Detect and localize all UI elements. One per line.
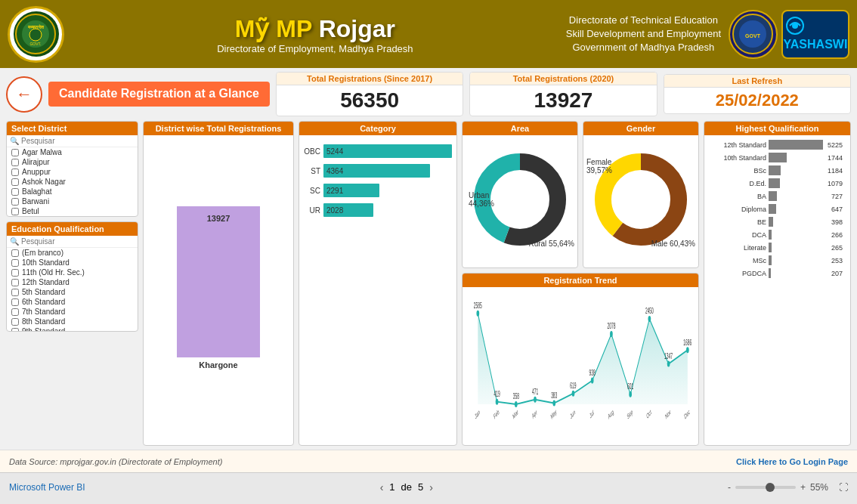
qualification-bar-wrap bbox=[769, 243, 827, 252]
category-value: 2028 bbox=[326, 206, 343, 215]
education-list-item[interactable]: 12th Standard bbox=[7, 277, 138, 287]
category-value: 5244 bbox=[326, 147, 343, 156]
qualification-bar-row: PGDCA 207 bbox=[707, 268, 847, 278]
app-subtitle: Directorate of Employment, Madhya Prades… bbox=[72, 43, 558, 54]
district-list: Agar MalwaAlirajpurAnuppurAshok NagarBal… bbox=[7, 147, 138, 216]
district-search-input[interactable] bbox=[21, 137, 135, 145]
education-checkbox[interactable] bbox=[11, 269, 19, 277]
education-checkbox[interactable] bbox=[11, 279, 19, 286]
district-list-item[interactable]: Ashok Nagar bbox=[7, 177, 138, 187]
logo-left: मध्यप्रदेश GOVT. bbox=[8, 6, 64, 63]
svg-text:Nov: Nov bbox=[664, 407, 671, 422]
education-list-item[interactable]: 5th Standard bbox=[7, 287, 138, 297]
qualification-bar bbox=[769, 204, 776, 214]
education-checkbox[interactable] bbox=[11, 259, 19, 267]
next-page-button[interactable]: › bbox=[429, 481, 433, 493]
data-source: Data Source: mprojgar.gov.in (Directorat… bbox=[9, 457, 222, 466]
female-pct: 39,57% bbox=[586, 166, 612, 175]
education-checkbox[interactable] bbox=[11, 289, 19, 296]
trend-point bbox=[476, 311, 479, 317]
district-search[interactable]: 🔍 bbox=[7, 135, 138, 147]
qualification-bar-wrap bbox=[769, 140, 823, 150]
powerbi-link[interactable]: Microsoft Power BI bbox=[9, 482, 85, 493]
education-filter-title: Education Qualification bbox=[7, 222, 138, 236]
qualification-label: 10th Standard bbox=[712, 154, 766, 162]
education-checkbox[interactable] bbox=[11, 249, 19, 257]
education-filter: Education Qualification 🔍 (Em branco)10t… bbox=[6, 221, 138, 332]
fullscreen-icon[interactable]: ⛶ bbox=[839, 482, 848, 493]
qualification-value: 207 bbox=[831, 270, 843, 277]
district-list-item[interactable]: Alirajpur bbox=[7, 157, 138, 167]
trend-point bbox=[572, 391, 575, 397]
education-checkbox[interactable] bbox=[11, 308, 19, 316]
svg-text:2585: 2585 bbox=[474, 301, 482, 311]
header-title: Mỹ MP Rojgar Directorate of Employment, … bbox=[72, 14, 558, 54]
top-charts: Area Urban 44,36% Rura bbox=[462, 121, 699, 268]
trend-point bbox=[591, 378, 594, 384]
urban-pct: 44,36% bbox=[469, 199, 494, 208]
svg-text:Apr: Apr bbox=[531, 407, 538, 421]
district-list-item[interactable]: Anuppur bbox=[7, 167, 138, 177]
education-checkbox[interactable] bbox=[11, 328, 19, 332]
district-list-item[interactable]: Agar Malwa bbox=[7, 147, 138, 157]
svg-point-3 bbox=[29, 29, 42, 41]
total-reg-value: 56350 bbox=[283, 88, 456, 113]
district-checkbox[interactable] bbox=[11, 178, 19, 186]
district-checkbox[interactable] bbox=[11, 208, 19, 215]
prev-page-button[interactable]: ‹ bbox=[380, 481, 384, 493]
education-checkbox[interactable] bbox=[11, 318, 19, 326]
education-list-item[interactable]: 11th (Old Hr. Sec.) bbox=[7, 267, 138, 277]
gender-donut: Female 39,57% Male 60,43% bbox=[583, 135, 698, 263]
qualification-bar bbox=[769, 165, 781, 175]
zoom-out-button[interactable]: - bbox=[728, 482, 731, 493]
qualification-bar-wrap bbox=[769, 217, 827, 227]
education-search-input[interactable] bbox=[21, 237, 135, 246]
total-reg-box: Total Registrations (Since 2017) 56350 bbox=[276, 72, 463, 116]
qualification-bar bbox=[769, 268, 771, 278]
gender-title: Gender bbox=[583, 122, 698, 135]
back-arrow-icon: ← bbox=[16, 85, 32, 104]
svg-text:2450: 2450 bbox=[645, 306, 654, 316]
education-list-item[interactable]: 6th Standard bbox=[7, 297, 138, 307]
district-checkbox[interactable] bbox=[11, 188, 19, 196]
state-emblem: मध्यप्रदेश GOVT. bbox=[14, 11, 59, 57]
left-panel: Select District 🔍 Agar MalwaAlirajpurAnu… bbox=[6, 121, 138, 446]
footer: Data Source: mprojgar.gov.in (Directorat… bbox=[0, 450, 857, 472]
qualification-bar-wrap bbox=[769, 268, 827, 278]
district-list-item[interactable]: Barwani bbox=[7, 196, 138, 206]
education-list-item[interactable]: 9th Standard bbox=[7, 326, 138, 331]
trend-point bbox=[629, 391, 632, 397]
yashaswi-logo: YASHASWI bbox=[781, 10, 849, 59]
education-list-item[interactable]: 7th Standard bbox=[7, 307, 138, 317]
education-list: (Em branco)10th Standard11th (Old Hr. Se… bbox=[7, 248, 138, 331]
total-2020-value: 13927 bbox=[476, 88, 650, 113]
district-list-item[interactable]: Betul bbox=[7, 206, 138, 216]
svg-text:GOVT.: GOVT. bbox=[29, 42, 41, 46]
district-checkbox[interactable] bbox=[11, 169, 19, 176]
category-label: UR bbox=[304, 206, 320, 215]
district-list-item[interactable]: Balaghat bbox=[7, 187, 138, 196]
qualification-bar-row: 12th Standard 5225 bbox=[707, 140, 847, 150]
back-button[interactable]: ← bbox=[6, 76, 42, 113]
category-title: Category bbox=[299, 122, 456, 135]
header: मध्यप्रदेश GOVT. Mỹ MP Rojgar Directorat… bbox=[0, 0, 857, 68]
qualification-bar bbox=[769, 153, 787, 162]
district-checkbox[interactable] bbox=[11, 159, 19, 166]
education-checkbox[interactable] bbox=[11, 298, 19, 306]
zoom-in-button[interactable]: + bbox=[800, 482, 806, 493]
last-refresh-value: 25/02/2022 bbox=[670, 91, 844, 110]
education-list-item[interactable]: (Em branco) bbox=[7, 248, 138, 258]
qualification-value: 1184 bbox=[828, 167, 843, 175]
district-checkbox[interactable] bbox=[11, 149, 19, 156]
zoom-slider[interactable] bbox=[735, 486, 796, 489]
district-checkbox[interactable] bbox=[11, 198, 19, 206]
category-label: OBC bbox=[304, 147, 320, 156]
svg-text:Feb: Feb bbox=[493, 407, 500, 421]
search-icon-edu: 🔍 bbox=[10, 237, 19, 246]
svg-text:2078: 2078 bbox=[607, 321, 615, 331]
education-search[interactable]: 🔍 bbox=[7, 236, 138, 248]
login-link[interactable]: Click Here to Go Login Page bbox=[736, 457, 848, 466]
education-list-item[interactable]: 10th Standard bbox=[7, 258, 138, 267]
education-list-item[interactable]: 8th Standard bbox=[7, 317, 138, 326]
qualification-label: PGDCA bbox=[712, 270, 766, 277]
